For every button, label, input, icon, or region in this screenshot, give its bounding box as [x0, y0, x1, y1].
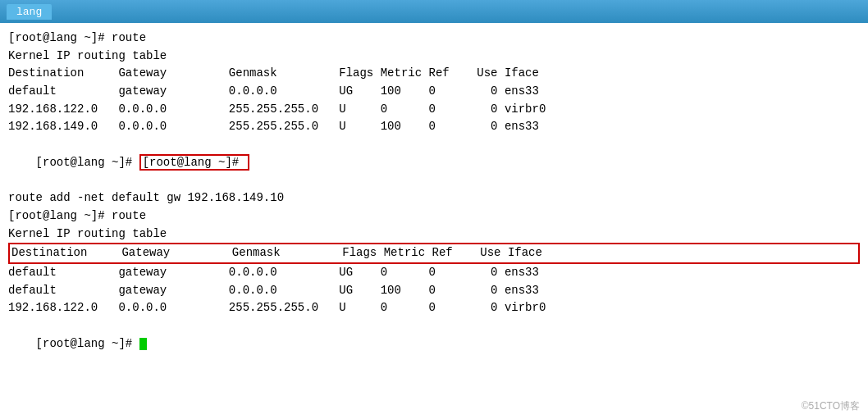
line-192-122: 192.168.122.0 0.0.0.0 255.255.255.0 U 0 … [8, 101, 860, 119]
line-192-149-2: 192.168.122.0 0.0.0.0 255.255.255.0 U 0 … [8, 299, 860, 317]
line-header: Destination Gateway Genmask Flags Metric… [8, 65, 860, 83]
watermark: ©51CTO博客 [802, 399, 860, 414]
line-kernel-title2: [root@lang ~]# route [8, 207, 860, 225]
prompt-route-add: [root@lang ~]# [36, 156, 139, 169]
line-prompt-cursor: [root@lang ~]# [8, 317, 860, 371]
line-default1: default gateway 0.0.0.0 UG 100 0 0 ens33 [8, 83, 860, 101]
line-kernel-title: Kernel IP routing table [8, 48, 860, 66]
line-default2: default gateway 0.0.0.0 UG 0 0 0 ens33 [8, 264, 860, 282]
line-route-cmd: [root@lang ~]# route [8, 30, 860, 48]
line-192-122-2: default gateway 0.0.0.0 UG 100 0 0 ens33 [8, 282, 860, 300]
terminal-body: [root@lang ~]# route Kernel IP routing t… [0, 23, 868, 419]
line-default-redbox: Destination Gateway Genmask Flags Metric… [8, 243, 860, 264]
cursor-block [139, 338, 147, 350]
line-192-149: 192.168.149.0 0.0.0.0 255.255.255.0 U 10… [8, 118, 860, 136]
final-prompt: [root@lang ~]# [36, 337, 139, 350]
title-tab[interactable]: lang [7, 4, 52, 20]
line-route-add: [root@lang ~]# [root@lang ~]# [8, 136, 860, 189]
title-bar: lang [0, 0, 868, 23]
line-route-cmd2: route add -net default gw 192.168.149.10 [8, 189, 860, 207]
line-header2: Kernel IP routing table [8, 225, 860, 244]
command-route-add: [root@lang ~]# [139, 154, 249, 171]
